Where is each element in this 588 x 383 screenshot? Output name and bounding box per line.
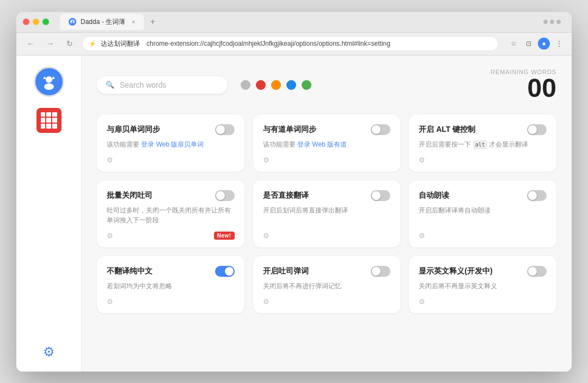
setting-gear-icon[interactable]: ⚙ <box>107 156 113 164</box>
tab-title: Dadda - 生词薄 <box>81 17 125 27</box>
toggle-batch-close[interactable] <box>215 190 235 201</box>
filter-dot-red[interactable] <box>256 80 266 90</box>
svg-marker-5 <box>43 76 46 79</box>
setting-footer: ⚙ <box>107 156 235 164</box>
sidebar-grid-button[interactable] <box>36 108 62 133</box>
setting-title: 与有道单词同步 <box>263 124 316 134</box>
setting-title: 开启 ALT 键控制 <box>419 124 475 134</box>
setting-desc: 开启后翻译译将自动朗读 <box>419 205 547 225</box>
settings-icon[interactable]: ⚙ <box>40 343 58 361</box>
setting-card-no-translate-chinese: 不翻译纯中文若划词均为中文将忽略⚙ <box>97 256 244 313</box>
setting-desc: 关闭后将不再显示英文释义 <box>419 281 547 291</box>
setting-footer: ⚙ <box>419 156 547 164</box>
setting-link[interactable]: 登录 Web 版有道 <box>297 141 347 148</box>
setting-card-sync-flomo: 与扉贝单词同步该功能需要 登录 Web 版扉贝单词⚙ <box>97 114 244 172</box>
setting-desc: 吐司过多时，关闭一个既关闭所有并让所有单词推入下一阶段 <box>107 205 235 225</box>
tab-area: Dadda - 生词薄 × + <box>60 14 159 30</box>
bookmark-button[interactable]: ☆ <box>507 38 519 50</box>
toggle-popup-word[interactable] <box>371 266 390 277</box>
svg-point-2 <box>71 22 74 24</box>
settings-grid: 与扉贝单词同步该功能需要 登录 Web 版扉贝单词⚙与有道单词同步该功能需要 登… <box>97 114 556 313</box>
top-bar: 🔍 Search words REMAINING WORDS 00 <box>97 69 556 101</box>
setting-card-direct-translate: 是否直接翻译开启后划词后将直接弹出翻译⚙ <box>253 180 401 247</box>
grid-cell <box>52 118 57 123</box>
toggle-sync-flomo[interactable] <box>215 124 235 135</box>
search-box[interactable]: 🔍 Search words <box>97 76 228 94</box>
filter-dot-gray[interactable] <box>241 80 250 90</box>
svg-point-1 <box>72 21 74 22</box>
setting-gear-icon[interactable]: ⚙ <box>419 297 425 306</box>
svg-marker-6 <box>52 76 55 79</box>
setting-gear-icon[interactable]: ⚙ <box>419 232 425 240</box>
setting-footer: ⚙New! <box>107 232 235 240</box>
setting-footer: ⚙ <box>263 232 391 240</box>
grid-cell <box>41 124 46 129</box>
setting-gear-icon[interactable]: ⚙ <box>107 232 113 240</box>
toggle-sync-youDao[interactable] <box>371 124 390 135</box>
setting-footer: ⚙ <box>263 297 391 306</box>
tab-close-button[interactable]: × <box>132 19 135 25</box>
setting-header: 自动朗读 <box>419 190 547 201</box>
setting-header: 与扉贝单词同步 <box>107 124 235 135</box>
setting-footer: ⚙ <box>263 156 391 164</box>
refresh-button[interactable]: ↻ <box>62 36 77 51</box>
toggle-alt-control[interactable] <box>527 124 547 135</box>
maximize-button[interactable] <box>42 19 49 25</box>
setting-card-sync-youDao: 与有道单词同步该功能需要 登录 Web 版有道⚙ <box>253 114 401 172</box>
grid-cell <box>46 112 51 117</box>
filter-dot-blue[interactable] <box>286 80 296 90</box>
toggle-auto-read[interactable] <box>527 190 547 201</box>
setting-card-popup-word: 开启吐司弹词关闭后将不再进行弹词记忆⚙ <box>253 256 401 313</box>
toggle-direct-translate[interactable] <box>371 190 390 201</box>
forward-button[interactable]: → <box>42 36 58 51</box>
profile-button[interactable]: ● <box>538 38 550 50</box>
setting-link[interactable]: 登录 Web 版扉贝单词 <box>141 141 204 148</box>
url-bar[interactable]: ⚡ 达达划词翻译 chrome-extension://cajhcjfcodjo… <box>82 36 499 51</box>
address-bar: ← → ↻ ⚡ 达达划词翻译 chrome-extension://cajhcj… <box>16 33 572 56</box>
remaining-count: 00 <box>528 75 556 101</box>
setting-footer: ⚙ <box>419 297 547 306</box>
sidebar-bottom: ⚙ <box>40 343 58 361</box>
setting-header: 不翻译纯中文 <box>107 266 235 277</box>
setting-desc: 开启后需要按一下 alt 才会显示翻译 <box>419 139 547 149</box>
setting-title: 显示英文释义(开发中) <box>419 266 492 276</box>
url-extension-icon: ⚡ <box>89 40 96 47</box>
more-button[interactable]: ⋮ <box>553 38 565 50</box>
toggle-no-translate-chinese[interactable] <box>215 266 235 277</box>
close-button[interactable] <box>23 19 29 25</box>
window-dot <box>550 20 554 24</box>
setting-footer: ⚙ <box>419 232 547 240</box>
setting-card-show-english-def: 显示英文释义(开发中)关闭后将不再显示英文释义⚙ <box>409 256 556 313</box>
setting-title: 批量关闭吐司 <box>107 190 152 200</box>
setting-header: 是否直接翻译 <box>263 190 391 201</box>
extension-button[interactable]: ⊡ <box>523 38 535 50</box>
content-area: 🔍 Search words REMAINING WORDS 00 <box>82 56 572 372</box>
remaining-words-section: REMAINING WORDS 00 <box>491 69 556 101</box>
sidebar: ⚙ <box>16 56 82 372</box>
setting-footer: ⚙ <box>107 297 235 306</box>
setting-desc: 该功能需要 登录 Web 版有道 <box>263 139 391 149</box>
setting-title: 开启吐司弹词 <box>263 266 309 276</box>
grid-cell <box>52 112 57 117</box>
setting-title: 不翻译纯中文 <box>107 266 152 276</box>
toggle-show-english-def[interactable] <box>527 266 547 277</box>
back-button[interactable]: ← <box>23 36 38 51</box>
grid-cell <box>41 118 46 123</box>
filter-dot-green[interactable] <box>302 80 311 90</box>
setting-title: 是否直接翻译 <box>263 190 309 200</box>
grid-cell <box>41 112 46 117</box>
svg-point-4 <box>44 83 54 90</box>
active-tab[interactable]: Dadda - 生词薄 × <box>60 14 144 30</box>
setting-gear-icon[interactable]: ⚙ <box>263 156 270 164</box>
minimize-button[interactable] <box>33 19 39 25</box>
setting-gear-icon[interactable]: ⚙ <box>419 156 425 164</box>
setting-gear-icon[interactable]: ⚙ <box>107 297 113 306</box>
setting-gear-icon[interactable]: ⚙ <box>263 297 270 306</box>
filter-dot-orange[interactable] <box>271 80 281 90</box>
setting-desc: 关闭后将不再进行弹词记忆 <box>263 281 391 291</box>
setting-gear-icon[interactable]: ⚙ <box>263 232 270 240</box>
setting-header: 开启 ALT 键控制 <box>419 124 547 135</box>
sidebar-avatar[interactable] <box>34 66 64 97</box>
new-tab-button[interactable]: + <box>146 15 159 28</box>
setting-header: 与有道单词同步 <box>263 124 391 135</box>
